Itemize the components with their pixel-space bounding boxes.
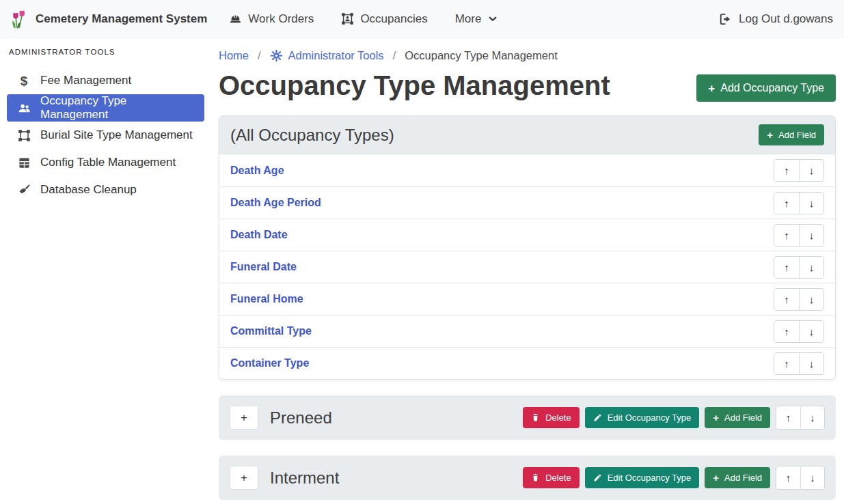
field-link-container-type[interactable]: Container Type xyxy=(230,357,309,369)
button-label: Edit Occupancy Type xyxy=(608,473,692,483)
field-row: Death Age Period ↑ ↓ xyxy=(219,186,835,219)
move-up-button[interactable]: ↑ xyxy=(774,353,799,374)
move-up-button[interactable]: ↑ xyxy=(776,406,800,429)
edit-occupancy-type-button[interactable]: Edit Occupancy Type xyxy=(585,467,700,488)
sidebar-item-occupancy-type-management[interactable]: Occupancy Type Management xyxy=(7,94,204,122)
move-down-button[interactable]: ↓ xyxy=(799,193,823,214)
breadcrumb-home[interactable]: Home xyxy=(219,49,249,62)
main-content: Home / xyxy=(211,38,844,504)
move-down-button[interactable]: ↓ xyxy=(799,160,823,181)
field-row: Death Date ↑ ↓ xyxy=(219,219,835,251)
sidebar-item-label: Fee Management xyxy=(40,74,131,87)
move-down-button[interactable]: ↓ xyxy=(799,353,823,374)
occupancy-type-section-interment: + Interment Delete xyxy=(219,456,836,500)
move-up-button[interactable]: ↑ xyxy=(774,289,799,310)
table-icon xyxy=(16,156,32,169)
field-link-funeral-home[interactable]: Funeral Home xyxy=(230,293,303,305)
field-row: Container Type ↑ ↓ xyxy=(219,347,835,379)
card-title: (All Occupancy Types) xyxy=(230,126,394,145)
top-navbar: Cemetery Management System Work Orders xyxy=(0,0,844,38)
delete-button[interactable]: Delete xyxy=(523,407,580,428)
gear-icon xyxy=(270,49,283,62)
occupancy-type-section-preneed: + Preneed Delete xyxy=(219,395,836,440)
sidebar-item-label: Config Table Management xyxy=(40,156,176,169)
nav-occupancies[interactable]: Occupancies xyxy=(341,12,427,26)
field-row: Funeral Home ↑ ↓ xyxy=(219,283,835,315)
app-title: Cemetery Management System xyxy=(36,12,207,26)
page-header: Occupancy Type Management + Add Occupanc… xyxy=(219,69,836,102)
main-nav: Work Orders Occupancies More xyxy=(229,12,498,26)
reorder-buttons: ↑ ↓ xyxy=(774,256,824,279)
breadcrumb-current: Occupancy Type Management xyxy=(405,49,558,62)
logout-button[interactable]: Log Out d.gowans xyxy=(718,12,833,26)
breadcrumb-label: Administrator Tools xyxy=(288,49,384,62)
move-up-button[interactable]: ↑ xyxy=(774,160,799,181)
field-row: Funeral Date ↑ ↓ xyxy=(219,251,835,283)
field-link-death-age-period[interactable]: Death Age Period xyxy=(230,197,321,209)
button-label: Add Field xyxy=(724,412,762,423)
button-label: Delete xyxy=(545,473,571,483)
move-down-button[interactable]: ↓ xyxy=(799,225,823,246)
move-down-button[interactable]: ↓ xyxy=(799,289,823,310)
plus-icon: + xyxy=(713,473,719,483)
section-actions: Delete Edit Occupancy Type + Add Field xyxy=(523,406,825,430)
sign-out-icon xyxy=(718,12,732,26)
all-occupancy-types-header: (All Occupancy Types) + Add Field xyxy=(219,116,835,154)
section-actions: Delete Edit Occupancy Type + Add Field xyxy=(523,466,825,490)
sidebar-item-database-cleanup[interactable]: Database Cleanup xyxy=(7,176,204,204)
expand-button[interactable]: + xyxy=(230,406,258,430)
nav-work-orders[interactable]: Work Orders xyxy=(229,12,314,26)
expand-button[interactable]: + xyxy=(230,466,258,490)
move-up-button[interactable]: ↑ xyxy=(774,193,799,214)
field-link-committal-type[interactable]: Committal Type xyxy=(230,325,312,337)
reorder-buttons: ↑ ↓ xyxy=(774,352,824,375)
move-down-button[interactable]: ↓ xyxy=(800,406,824,429)
pencil-icon xyxy=(593,473,602,482)
sidebar-item-label: Occupancy Type Management xyxy=(40,94,195,122)
reorder-buttons: ↑ ↓ xyxy=(776,466,825,490)
all-occupancy-types-card: (All Occupancy Types) + Add Field Death … xyxy=(219,115,836,380)
add-field-button[interactable]: + Add Field xyxy=(705,407,770,428)
field-row: Death Age ↑ ↓ xyxy=(219,154,835,186)
reorder-buttons: ↑ ↓ xyxy=(774,159,824,182)
reorder-buttons: ↑ ↓ xyxy=(774,320,824,343)
nav-more[interactable]: More xyxy=(455,12,499,26)
sidebar-item-burial-site-type-management[interactable]: Burial Site Type Management xyxy=(7,122,204,149)
move-down-button[interactable]: ↓ xyxy=(799,257,823,278)
move-down-button[interactable]: ↓ xyxy=(799,321,823,342)
sidebar-item-config-table-management[interactable]: Config Table Management xyxy=(7,149,204,176)
reorder-buttons: ↑ ↓ xyxy=(774,224,824,247)
button-label: Add Occupancy Type xyxy=(720,82,824,94)
move-up-button[interactable]: ↑ xyxy=(774,321,799,342)
button-label: Edit Occupancy Type xyxy=(608,412,692,423)
move-up-button[interactable]: ↑ xyxy=(774,257,799,278)
nav-label: Occupancies xyxy=(360,12,427,26)
move-up-button[interactable]: ↑ xyxy=(776,466,800,489)
sidebar-item-label: Database Cleanup xyxy=(40,183,137,197)
sidebar-item-fee-management[interactable]: $ Fee Management xyxy=(7,67,204,94)
vector-square-icon xyxy=(16,129,32,142)
move-down-button[interactable]: ↓ xyxy=(800,466,824,489)
broom-icon xyxy=(16,184,32,197)
field-link-death-age[interactable]: Death Age xyxy=(230,165,284,177)
breadcrumb-administrator-tools[interactable]: Administrator Tools xyxy=(270,49,384,62)
add-occupancy-type-button[interactable]: + Add Occupancy Type xyxy=(696,74,836,102)
pencil-icon xyxy=(593,413,602,422)
breadcrumb-separator: / xyxy=(393,49,396,62)
add-field-button[interactable]: + Add Field xyxy=(705,467,770,488)
move-up-button[interactable]: ↑ xyxy=(774,225,799,246)
breadcrumb: Home / xyxy=(219,49,836,62)
dollar-icon: $ xyxy=(16,74,32,87)
reorder-buttons: ↑ ↓ xyxy=(774,288,824,311)
sidebar-heading: ADMINISTRATOR TOOLS xyxy=(0,41,211,67)
plus-icon: + xyxy=(767,130,773,140)
field-link-funeral-date[interactable]: Funeral Date xyxy=(230,261,297,273)
edit-occupancy-type-button[interactable]: Edit Occupancy Type xyxy=(585,407,700,428)
reorder-buttons: ↑ ↓ xyxy=(774,192,824,214)
add-field-button[interactable]: + Add Field xyxy=(759,124,824,145)
field-link-death-date[interactable]: Death Date xyxy=(230,229,288,241)
hard-hat-icon xyxy=(229,12,242,25)
delete-button[interactable]: Delete xyxy=(523,467,580,488)
app-brand[interactable]: Cemetery Management System xyxy=(11,9,207,29)
logout-label: Log Out d.gowans xyxy=(739,12,833,26)
